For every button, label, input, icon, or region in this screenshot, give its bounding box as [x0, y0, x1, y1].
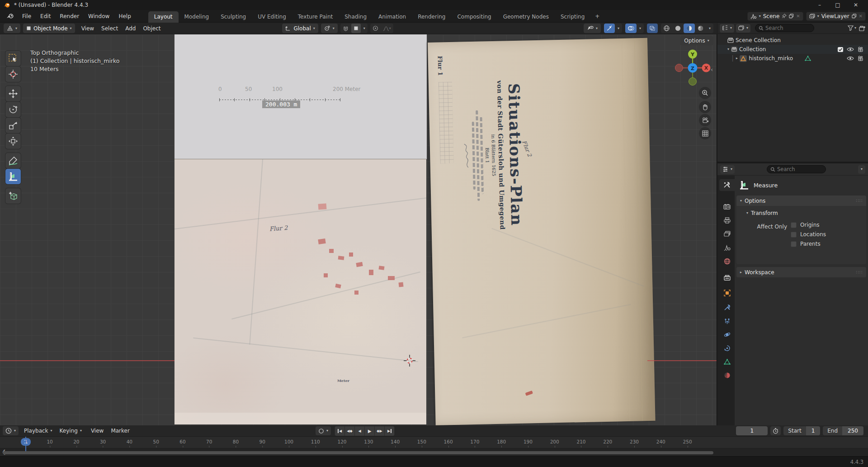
tool-add-cube[interactable] [5, 188, 21, 204]
workspace-tab[interactable]: Geometry Nodes [497, 11, 555, 23]
outliner-search[interactable] [755, 24, 814, 32]
tool-measure[interactable] [5, 169, 21, 184]
tool-select-box[interactable] [5, 51, 21, 66]
frame-ruler[interactable]: 1 10203040506070809010011012013014015016… [0, 437, 868, 448]
tool-rotate[interactable] [5, 102, 21, 117]
xray-toggle[interactable] [647, 24, 658, 33]
start-frame-field[interactable]: Start 1 [783, 426, 820, 435]
workspace-tab[interactable]: Compositing [451, 11, 497, 23]
rendered-shading-button[interactable] [695, 24, 706, 33]
tool-scale[interactable] [5, 118, 21, 133]
minimize-button[interactable]: – [814, 2, 826, 8]
tab-output[interactable] [719, 214, 735, 226]
panel-grip-icon[interactable]: ∷∷ [856, 270, 863, 275]
snap-toggle[interactable] [340, 24, 351, 33]
tab-constraints[interactable] [719, 342, 735, 354]
gizmo-dropdown-chevron[interactable]: ▾ [615, 24, 622, 33]
viewport-options-dropdown[interactable]: Options ▾ [680, 36, 713, 45]
properties-options-dropdown[interactable]: ▾ [858, 165, 865, 174]
editor-type-selector[interactable]: ▾ [4, 24, 20, 33]
tool-move[interactable] [5, 86, 21, 101]
sidebar-collapse-arrow[interactable]: ‹ [711, 66, 713, 73]
shading-dropdown-chevron[interactable]: ▾ [706, 24, 713, 33]
timeline-menu[interactable]: Playback▾ [20, 426, 56, 435]
disable-render-camera-icon[interactable] [857, 47, 864, 52]
tool-annotate[interactable] [5, 153, 21, 168]
current-frame-field[interactable]: 1 [736, 426, 768, 435]
expand-chevron[interactable]: ▾ [735, 57, 739, 59]
transform-orientation-dropdown[interactable]: Global ▾ [282, 24, 318, 33]
navigation-gizmo[interactable]: Y X Z [674, 49, 711, 86]
tab-modifiers[interactable] [719, 301, 735, 313]
timeline-editor-type-selector[interactable]: ▾ [3, 426, 19, 435]
disable-render-camera-icon[interactable] [857, 56, 864, 61]
tab-view-layer[interactable] [719, 228, 735, 240]
panel-grip-icon[interactable]: ∷∷ [856, 198, 863, 203]
expand-chevron[interactable]: ▾ [727, 48, 729, 51]
workspace-tab[interactable]: UV Editing [252, 11, 292, 23]
viewport-canvas[interactable]: Flur 2 Meter Flur 1 Situations-Plan von … [0, 34, 717, 425]
object-visibility-dropdown[interactable]: ▾ [584, 24, 601, 33]
outliner-display-mode-dropdown[interactable]: ▾ [736, 24, 750, 33]
tab-scene[interactable] [719, 242, 735, 253]
play-button[interactable]: ▶ [365, 426, 374, 436]
timeline-menu[interactable]: Marker [107, 426, 133, 435]
checkbox-unchecked[interactable] [791, 241, 797, 247]
affect-only-option[interactable]: Locations [791, 231, 826, 238]
workspace-tab[interactable]: Sculpting [215, 11, 252, 23]
viewport-menu-item[interactable]: Object [139, 24, 164, 33]
workspace-tab[interactable]: Scripting [555, 11, 590, 23]
transform-subpanel-header[interactable]: ▾ Transform [746, 210, 778, 216]
hide-eye-icon[interactable] [847, 47, 854, 52]
close-button[interactable]: ✕ [850, 2, 862, 8]
tab-object[interactable] [719, 287, 735, 299]
add-workspace-button[interactable]: + [590, 11, 604, 21]
menu-item[interactable]: Help [114, 11, 135, 21]
properties-search[interactable] [767, 165, 826, 173]
tab-material[interactable] [719, 369, 735, 381]
next-keyframe-button[interactable]: ◆▶ [375, 426, 384, 436]
tab-tool[interactable] [719, 179, 735, 191]
workspace-tab[interactable]: Animation [373, 11, 412, 23]
viewport-menu-item[interactable]: Add [122, 24, 139, 33]
jump-to-start-button[interactable]: ◀ [335, 426, 344, 436]
workspace-tab[interactable]: Modeling [179, 11, 215, 23]
timeline-menu[interactable]: View [87, 426, 107, 435]
pivot-point-dropdown[interactable]: ▾ [321, 24, 338, 33]
auto-keying-controls[interactable]: ▾ [316, 426, 331, 435]
properties-editor-type-selector[interactable]: ▾ [720, 165, 735, 174]
checkbox-unchecked[interactable] [791, 232, 797, 238]
workspace-panel-header[interactable]: ▾ Workspace ∷∷ [736, 267, 866, 277]
tab-particles[interactable] [719, 315, 735, 327]
end-frame-field[interactable]: End 250 [823, 426, 863, 435]
snap-target-dropdown[interactable] [351, 24, 361, 33]
new-collection-button[interactable] [859, 25, 866, 31]
tab-physics[interactable] [719, 329, 735, 340]
menu-item[interactable]: Edit [36, 11, 55, 21]
tab-object-data[interactable] [719, 356, 735, 367]
maximize-button[interactable]: □ [832, 2, 844, 8]
outliner-filter-dropdown[interactable]: ▾ [848, 25, 856, 31]
exclude-checkbox[interactable] [837, 47, 844, 52]
tool-cursor[interactable] [5, 67, 21, 82]
checkbox-unchecked[interactable] [791, 222, 797, 228]
workspace-tab[interactable]: Shading [339, 11, 373, 23]
outliner-row-scene-collection[interactable]: Scene Collection [717, 36, 868, 45]
jump-to-end-button[interactable]: ▶ [385, 426, 394, 436]
pan-button[interactable] [699, 101, 711, 113]
timeline-scrollbar[interactable] [3, 451, 713, 454]
show-overlays-toggle[interactable] [625, 24, 637, 33]
workspace-tab[interactable]: Texture Paint [292, 11, 339, 23]
remove-viewlayer-icon[interactable]: ✕ [859, 14, 863, 19]
viewport-menu-item[interactable]: View [78, 24, 98, 33]
toggle-orthographic-button[interactable] [699, 127, 711, 139]
affect-only-option[interactable]: Origins [791, 222, 826, 228]
overlays-dropdown-chevron[interactable]: ▾ [637, 24, 644, 33]
zoom-button[interactable] [699, 87, 711, 99]
unlink-scene-icon[interactable]: ✕ [796, 14, 800, 19]
workspace-tab[interactable]: Layout [148, 11, 179, 23]
app-menu-button[interactable] [3, 13, 18, 19]
mode-selector[interactable]: Object Mode ▾ [23, 24, 75, 33]
outliner-row-historisch-mirko[interactable]: │ ▾ historisch_mirko [717, 54, 868, 63]
proportional-edit-toggle[interactable] [370, 24, 381, 33]
